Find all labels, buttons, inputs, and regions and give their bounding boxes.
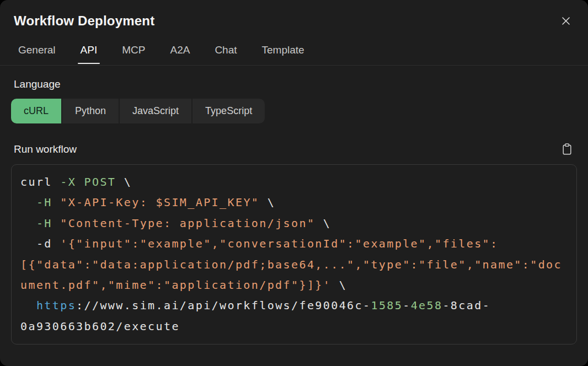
code-line: https://www.sim.ai/api/workflows/fe90046…: [20, 295, 568, 316]
tab-a2a[interactable]: A2A: [169, 43, 191, 65]
run-workflow-label: Run workflow: [14, 143, 77, 155]
tab-bar: GeneralAPIMCPA2AChatTemplate: [0, 43, 588, 66]
code-line: ument.pdf","mime":"application/pdf"}]}' …: [20, 275, 568, 295]
language-option-javascript[interactable]: JavaScript: [120, 99, 191, 123]
language-option-typescript[interactable]: TypeScript: [193, 99, 265, 123]
tab-template[interactable]: Template: [261, 43, 306, 65]
code-line: -H "Content-Type: application/json" \: [20, 213, 568, 234]
tab-api[interactable]: API: [79, 43, 99, 65]
page-title: Workflow Deployment: [14, 13, 154, 29]
tab-mcp[interactable]: MCP: [121, 43, 146, 65]
copy-button[interactable]: [560, 142, 574, 157]
modal-content: Language cURLPythonJavaScriptTypeScript …: [0, 78, 588, 345]
code-line: -d '{"input":"example","conversationId":…: [20, 234, 568, 254]
language-option-curl[interactable]: cURL: [11, 99, 61, 123]
code-line: curl -X POST \: [20, 172, 568, 192]
code-block: curl -X POST \ -H "X-API-Key: $SIM_API_K…: [11, 164, 577, 345]
tab-chat[interactable]: Chat: [213, 43, 238, 65]
close-icon: [560, 15, 571, 26]
language-selector: cURLPythonJavaScriptTypeScript: [11, 99, 577, 123]
language-label: Language: [14, 78, 577, 90]
clipboard-icon: [562, 143, 573, 155]
code-header: Run workflow: [11, 142, 577, 157]
tab-general[interactable]: General: [17, 43, 57, 65]
language-option-python[interactable]: Python: [62, 99, 119, 123]
workflow-deployment-modal: Workflow Deployment GeneralAPIMCPA2AChat…: [0, 0, 588, 366]
close-button[interactable]: [558, 13, 574, 29]
modal-header: Workflow Deployment: [0, 0, 588, 29]
code-line: -H "X-API-Key: $SIM_API_KEY" \: [20, 192, 568, 213]
code-line: 0a930663b602/execute: [20, 316, 568, 337]
code-line: [{"data":"data:application/pdf;base64,..…: [20, 255, 568, 275]
